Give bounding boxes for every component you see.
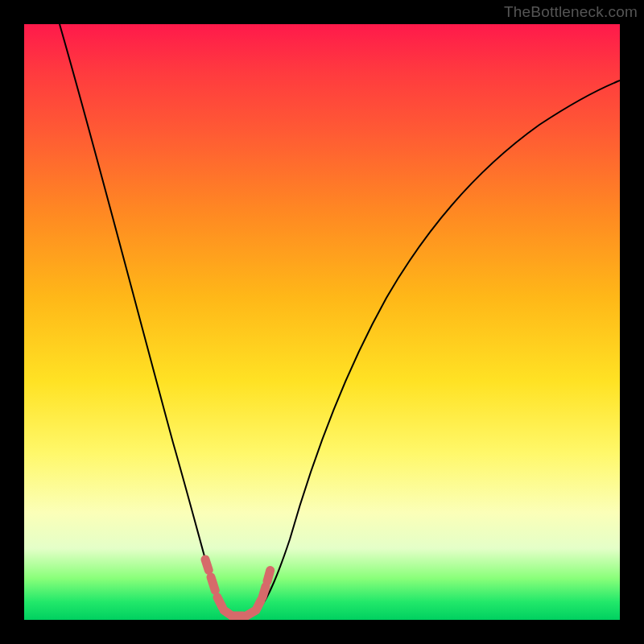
chart-frame: TheBottleneck.com <box>0 0 644 644</box>
highlight-band-path <box>205 559 272 616</box>
plot-area <box>24 24 620 620</box>
bottleneck-curve <box>24 24 620 620</box>
watermark-text: TheBottleneck.com <box>504 3 638 21</box>
curve-path <box>60 24 620 616</box>
